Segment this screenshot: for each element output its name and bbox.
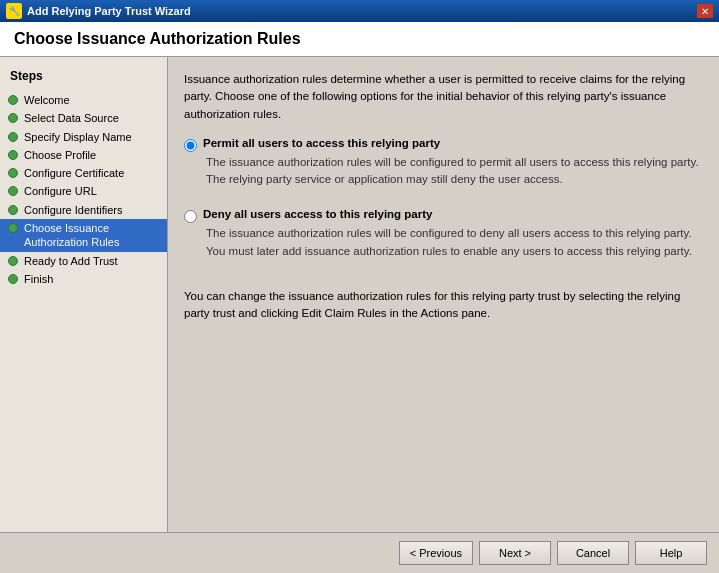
sidebar-item-label: Specify Display Name (24, 130, 132, 144)
page-title: Choose Issuance Authorization Rules (0, 22, 719, 57)
sidebar-item-label: Choose Profile (24, 148, 96, 162)
deny-option-container: Deny all users access to this relying pa… (184, 208, 703, 270)
sidebar-item-welcome[interactable]: Welcome (0, 91, 167, 109)
main-panel: Issuance authorization rules determine w… (168, 57, 719, 532)
wizard-container: Choose Issuance Authorization Rules Step… (0, 22, 719, 573)
cancel-button[interactable]: Cancel (557, 541, 629, 565)
close-button[interactable]: ✕ (697, 4, 713, 18)
previous-button[interactable]: < Previous (399, 541, 473, 565)
description-text: Issuance authorization rules determine w… (184, 71, 703, 123)
sidebar-item-label: Configure URL (24, 184, 97, 198)
sidebar-item-select-data-source[interactable]: Select Data Source (0, 109, 167, 127)
step-dot (8, 113, 18, 123)
sidebar-item-label: Finish (24, 272, 53, 286)
help-button[interactable]: Help (635, 541, 707, 565)
sidebar: Steps Welcome Select Data Source Specify… (0, 57, 168, 532)
deny-radio-option[interactable]: Deny all users access to this relying pa… (184, 208, 703, 223)
step-dot (8, 95, 18, 105)
wizard-icon: 🔧 (6, 3, 22, 19)
bottom-note: You can change the issuance authorizatio… (184, 288, 703, 323)
deny-radio-description: The issuance authorization rules will be… (206, 225, 703, 260)
sidebar-item-specify-display-name[interactable]: Specify Display Name (0, 128, 167, 146)
permit-option-container: Permit all users to access this relying … (184, 137, 703, 199)
sidebar-item-ready-add-trust[interactable]: Ready to Add Trust (0, 252, 167, 270)
permit-radio-option[interactable]: Permit all users to access this relying … (184, 137, 703, 152)
step-dot (8, 256, 18, 266)
step-dot (8, 186, 18, 196)
next-button[interactable]: Next > (479, 541, 551, 565)
sidebar-item-finish[interactable]: Finish (0, 270, 167, 288)
deny-radio[interactable] (184, 210, 197, 223)
step-dot (8, 150, 18, 160)
sidebar-item-label: Choose Issuance Authorization Rules (24, 221, 161, 250)
sidebar-item-choose-profile[interactable]: Choose Profile (0, 146, 167, 164)
title-bar-text: Add Relying Party Trust Wizard (27, 5, 191, 17)
footer: < Previous Next > Cancel Help (0, 532, 719, 573)
permit-radio-description: The issuance authorization rules will be… (206, 154, 703, 189)
sidebar-item-label: Ready to Add Trust (24, 254, 118, 268)
sidebar-item-label: Select Data Source (24, 111, 119, 125)
sidebar-item-configure-url[interactable]: Configure URL (0, 182, 167, 200)
sidebar-item-configure-certificate[interactable]: Configure Certificate (0, 164, 167, 182)
title-bar-left: 🔧 Add Relying Party Trust Wizard (6, 3, 191, 19)
sidebar-item-choose-issuance-auth-rules[interactable]: Choose Issuance Authorization Rules (0, 219, 167, 252)
step-dot (8, 223, 18, 233)
step-dot (8, 168, 18, 178)
content-area: Steps Welcome Select Data Source Specify… (0, 57, 719, 532)
permit-radio[interactable] (184, 139, 197, 152)
sidebar-item-label: Configure Identifiers (24, 203, 122, 217)
step-dot (8, 205, 18, 215)
title-bar: 🔧 Add Relying Party Trust Wizard ✕ (0, 0, 719, 22)
sidebar-item-label: Configure Certificate (24, 166, 124, 180)
deny-radio-label[interactable]: Deny all users access to this relying pa… (203, 208, 432, 220)
steps-label: Steps (0, 65, 167, 91)
step-dot (8, 274, 18, 284)
step-dot (8, 132, 18, 142)
sidebar-item-configure-identifiers[interactable]: Configure Identifiers (0, 201, 167, 219)
sidebar-item-label: Welcome (24, 93, 70, 107)
permit-radio-label[interactable]: Permit all users to access this relying … (203, 137, 440, 149)
